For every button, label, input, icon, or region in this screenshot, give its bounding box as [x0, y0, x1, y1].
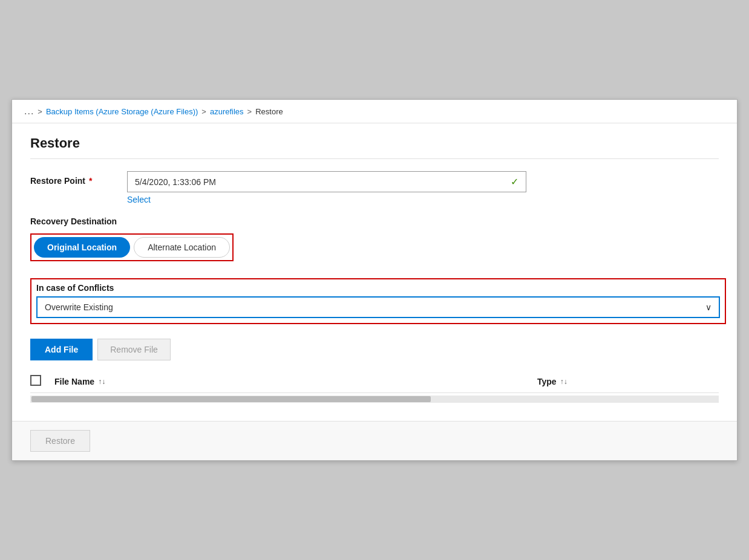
horizontal-scrollbar[interactable]: [30, 396, 719, 403]
main-window: ... > Backup Items (Azure Storage (Azure…: [11, 99, 738, 461]
conflicts-dropdown-value: Overwrite Existing: [45, 302, 113, 312]
column-header-filename[interactable]: File Name ↑↓: [54, 377, 537, 386]
type-sort-icon[interactable]: ↑↓: [560, 377, 567, 386]
alternate-location-button[interactable]: Alternate Location: [134, 237, 230, 258]
table-header: File Name ↑↓ Type ↑↓: [30, 370, 719, 393]
conflicts-dropdown[interactable]: Overwrite Existing ∨: [36, 296, 720, 318]
breadcrumb: ... > Backup Items (Azure Storage (Azure…: [12, 100, 737, 123]
restore-point-row: Restore Point * 5/4/2020, 1:33:06 PM ✓ S…: [30, 171, 719, 204]
restore-point-control: 5/4/2020, 1:33:06 PM ✓ Select: [127, 171, 719, 204]
select-link[interactable]: Select: [127, 195, 151, 204]
recovery-destination-label: Recovery Destination: [30, 217, 719, 226]
conflicts-section: In case of Conflicts Overwrite Existing …: [30, 278, 726, 324]
select-all-checkbox[interactable]: [30, 375, 41, 386]
restore-point-label: Restore Point *: [30, 171, 127, 186]
breadcrumb-sep-1: >: [38, 107, 42, 116]
add-file-button[interactable]: Add File: [30, 339, 93, 360]
restore-point-input[interactable]: 5/4/2020, 1:33:06 PM ✓: [127, 171, 526, 192]
column-header-type[interactable]: Type ↑↓: [537, 377, 719, 386]
chevron-down-icon: ∨: [705, 302, 711, 312]
checkmark-icon: ✓: [511, 176, 518, 187]
breadcrumb-dots: ...: [24, 106, 34, 117]
required-star: *: [87, 176, 92, 186]
filename-sort-icon[interactable]: ↑↓: [98, 377, 105, 386]
conflicts-label: In case of Conflicts: [36, 283, 720, 293]
restore-point-value: 5/4/2020, 1:33:06 PM: [135, 177, 216, 187]
footer: Restore: [12, 421, 737, 460]
action-buttons: Add File Remove File: [30, 339, 719, 360]
recovery-destination-section: Recovery Destination Original Location A…: [30, 217, 719, 264]
original-location-button[interactable]: Original Location: [34, 237, 130, 258]
location-buttons-container: Original Location Alternate Location: [30, 233, 234, 261]
breadcrumb-current: Restore: [255, 107, 283, 116]
remove-file-button: Remove File: [97, 339, 171, 360]
page-title: Restore: [30, 135, 719, 159]
breadcrumb-link-backup-items[interactable]: Backup Items (Azure Storage (Azure Files…: [46, 107, 198, 116]
restore-button: Restore: [30, 430, 90, 452]
breadcrumb-sep-3: >: [247, 107, 252, 116]
header-checkbox-cell[interactable]: [30, 375, 54, 388]
scrollbar-thumb[interactable]: [31, 396, 431, 402]
breadcrumb-sep-2: >: [201, 107, 206, 116]
breadcrumb-link-azurefiles[interactable]: azurefiles: [210, 107, 244, 116]
main-content: Restore Restore Point * 5/4/2020, 1:33:0…: [12, 123, 737, 421]
